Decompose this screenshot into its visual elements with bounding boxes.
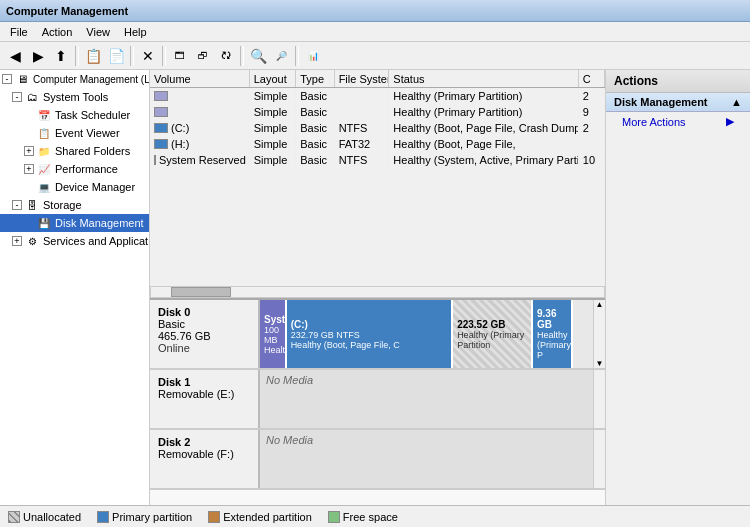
sidebar-item-system-tools[interactable]: - 🗂 System Tools — [0, 88, 149, 106]
th-filesystem[interactable]: File System — [335, 70, 390, 87]
sidebar-item-task-scheduler[interactable]: 📅 Task Scheduler — [0, 106, 149, 124]
expand-shared-folders[interactable]: + — [24, 146, 34, 156]
system-tools-icon: 🗂 — [24, 89, 40, 105]
toolbar-search[interactable]: 🔍 — [247, 45, 269, 67]
hscroll-thumb[interactable] — [171, 287, 231, 297]
menu-view[interactable]: View — [80, 24, 116, 40]
toolbar-new[interactable]: 🗔 — [169, 45, 191, 67]
sidebar-item-computer-management[interactable]: - 🖥 Computer Management (Local — [0, 70, 149, 88]
sidebar-label-system-tools: System Tools — [43, 91, 108, 103]
actions-collapse-icon[interactable]: ▲ — [731, 96, 742, 108]
td-volume-2: (C:) — [150, 120, 250, 135]
table-row[interactable]: Simple Basic Healthy (Primary Partition)… — [150, 104, 605, 120]
th-capacity[interactable]: C — [579, 70, 605, 87]
sidebar-item-services[interactable]: + ⚙ Services and Applications — [0, 232, 149, 250]
toolbar-back[interactable]: ◀ — [4, 45, 26, 67]
actions-more[interactable]: More Actions ▶ — [606, 112, 750, 131]
expand-system-tools[interactable]: - — [12, 92, 22, 102]
volume-icon-3 — [154, 139, 168, 149]
toolbar-sep-4 — [240, 46, 244, 66]
legend-label-free: Free space — [343, 511, 398, 523]
legend-label-primary: Primary partition — [112, 511, 192, 523]
part-label: System — [264, 314, 281, 325]
menu-file[interactable]: File — [4, 24, 34, 40]
table-row[interactable]: Simple Basic Healthy (Primary Partition)… — [150, 88, 605, 104]
legend-box-extended — [208, 511, 220, 523]
th-volume[interactable]: Volume — [150, 70, 250, 87]
disk-0-part-2[interactable]: 223.52 GB Healthy (Primary Partition — [453, 300, 533, 368]
vscroll-spacer-2 — [593, 430, 605, 488]
table-row[interactable]: (H:) Simple Basic FAT32 Healthy (Boot, P… — [150, 136, 605, 152]
part-sub2: Healthy (Primary Partition — [457, 330, 527, 350]
th-layout[interactable]: Layout — [250, 70, 297, 87]
td-type-4: Basic — [296, 152, 334, 167]
disk-0-status: Online — [158, 342, 250, 354]
disk-row-0: Disk 0 Basic 465.76 GB Online System 100… — [150, 300, 605, 370]
td-cap-3 — [579, 136, 605, 151]
content-area: Volume Layout Type File System Status C … — [150, 70, 605, 505]
toolbar-copy[interactable]: 🗗 — [192, 45, 214, 67]
disk-1-label: Disk 1 Removable (E:) — [150, 370, 260, 428]
volume-icon-4 — [154, 155, 156, 165]
menu-bar: File Action View Help — [0, 22, 750, 42]
actions-panel: Actions Disk Management ▲ More Actions ▶ — [605, 70, 750, 505]
sidebar-item-storage[interactable]: - 🗄 Storage — [0, 196, 149, 214]
legend-primary: Primary partition — [97, 511, 192, 523]
table-hscroll[interactable] — [150, 286, 605, 298]
device-icon: 💻 — [36, 179, 52, 195]
sidebar-item-shared-folders[interactable]: + 📁 Shared Folders — [0, 142, 149, 160]
toolbar-chart[interactable]: 📊 — [302, 45, 324, 67]
expand-computer-management[interactable]: - — [2, 74, 12, 84]
td-cap-0: 2 — [579, 88, 605, 103]
toolbar-up[interactable]: ⬆ — [50, 45, 72, 67]
actions-header: Actions — [606, 70, 750, 93]
expand-storage[interactable]: - — [12, 200, 22, 210]
toolbar: ◀ ▶ ⬆ 📋 📄 ✕ 🗔 🗗 🗘 🔍 🔎 📊 — [0, 42, 750, 70]
disk-0-part-0[interactable]: System 100 MB Healthy — [260, 300, 287, 368]
toolbar-delete[interactable]: ✕ — [137, 45, 159, 67]
td-layout-3: Simple — [250, 136, 297, 151]
sidebar-item-performance[interactable]: + 📈 Performance — [0, 160, 149, 178]
disk-2-label: Disk 2 Removable (F:) — [150, 430, 260, 488]
vscroll[interactable]: ▲ ▼ — [593, 300, 605, 368]
toolbar-sep-3 — [162, 46, 166, 66]
shared-icon: 📁 — [36, 143, 52, 159]
menu-help[interactable]: Help — [118, 24, 153, 40]
toolbar-search2[interactable]: 🔎 — [270, 45, 292, 67]
td-type-0: Basic — [296, 88, 334, 103]
expand-performance[interactable]: + — [24, 164, 34, 174]
title-bar: Computer Management — [0, 0, 750, 22]
part-sub2: Healthy — [264, 345, 281, 355]
expand-services[interactable]: + — [12, 236, 22, 246]
sidebar-item-event-viewer[interactable]: 📋 Event Viewer — [0, 124, 149, 142]
disk-0-part-1[interactable]: (C:) 232.79 GB NTFS Healthy (Boot, Page … — [287, 300, 454, 368]
table-row[interactable]: System Reserved Simple Basic NTFS Health… — [150, 152, 605, 168]
td-status-3: Healthy (Boot, Page File, — [389, 136, 578, 151]
sidebar-label-services: Services and Applications — [43, 235, 150, 247]
vscroll-down[interactable]: ▼ — [596, 359, 604, 368]
disk-0-part-3[interactable]: 9.36 GB Healthy (Primary P — [533, 300, 573, 368]
volume-icon-1 — [154, 107, 168, 117]
th-status[interactable]: Status — [389, 70, 578, 87]
table-row[interactable]: (C:) Simple Basic NTFS Healthy (Boot, Pa… — [150, 120, 605, 136]
event-icon: 📋 — [36, 125, 52, 141]
sidebar-label-event-viewer: Event Viewer — [55, 127, 120, 139]
perf-icon: 📈 — [36, 161, 52, 177]
sidebar-item-disk-management[interactable]: 💾 Disk Management — [0, 214, 149, 232]
actions-more-label: More Actions — [622, 116, 686, 128]
th-type[interactable]: Type — [296, 70, 334, 87]
toolbar-show-hide[interactable]: 📋 — [82, 45, 104, 67]
part-label: (C:) — [291, 319, 448, 330]
td-fs-1 — [335, 104, 390, 119]
toolbar-properties[interactable]: 📄 — [105, 45, 127, 67]
disk-0-type: Basic — [158, 318, 250, 330]
actions-disk-management-title: Disk Management ▲ — [606, 93, 750, 112]
sidebar-item-device-manager[interactable]: 💻 Device Manager — [0, 178, 149, 196]
menu-action[interactable]: Action — [36, 24, 79, 40]
task-icon: 📅 — [36, 107, 52, 123]
disk-2-partitions: No Media — [260, 430, 593, 488]
toolbar-paste[interactable]: 🗘 — [215, 45, 237, 67]
vscroll-up[interactable]: ▲ — [596, 300, 604, 309]
chevron-right-icon: ▶ — [726, 115, 734, 128]
toolbar-forward[interactable]: ▶ — [27, 45, 49, 67]
